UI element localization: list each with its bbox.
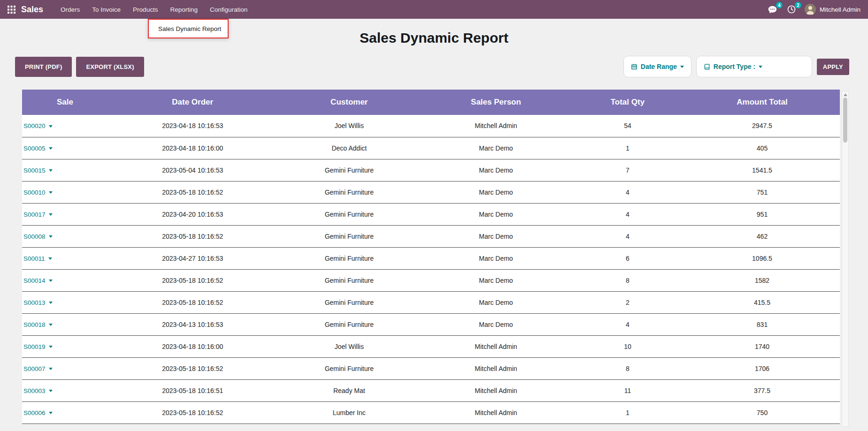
sales-person-cell: Marc Demo: [421, 181, 571, 203]
header-amount-total: Amount Total: [684, 90, 840, 115]
sale-order-link[interactable]: S00020: [23, 122, 46, 129]
sales-person-cell: Marc Demo: [421, 137, 571, 159]
customer-cell: Gemini Furniture: [277, 313, 422, 335]
sales-person-cell: Marc Demo: [421, 313, 571, 335]
table-row: S000052023-04-18 10:16:00Deco AddictMarc…: [22, 137, 840, 159]
book-icon: [704, 63, 710, 70]
menu-item-sales-dynamic-report[interactable]: Sales Dynamic Report: [149, 25, 228, 32]
menu-orders[interactable]: Orders: [54, 0, 86, 19]
vertical-scrollbar[interactable]: [842, 91, 849, 427]
main-content: Sales Dynamic Report PRINT (PDF) EXPORT …: [0, 30, 868, 424]
date-order-cell: 2023-05-18 10:16:52: [108, 269, 277, 291]
reporting-dropdown: Sales Dynamic Report: [148, 19, 229, 38]
menu-configuration[interactable]: Configuration: [204, 0, 253, 19]
amount-total-cell: 1541.5: [684, 159, 840, 181]
date-order-cell: 2023-04-27 10:16:53: [108, 247, 277, 269]
caret-down-icon[interactable]: [49, 346, 53, 348]
caret-down-icon[interactable]: [49, 191, 53, 194]
sale-order-link[interactable]: S00011: [23, 255, 45, 262]
sale-order-link[interactable]: S00017: [23, 211, 46, 218]
sale-cell: S00015: [22, 159, 108, 181]
caret-down-icon[interactable]: [49, 147, 53, 150]
sale-order-link[interactable]: S00003: [23, 387, 46, 394]
amount-total-cell: 1582: [684, 269, 840, 291]
sale-order-link[interactable]: S00006: [23, 409, 46, 416]
sale-cell: S00007: [22, 357, 108, 379]
menu-products[interactable]: Products: [127, 0, 164, 19]
date-order-cell: 2023-04-18 10:16:00: [108, 335, 277, 357]
report-type-button[interactable]: Report Type :: [698, 63, 768, 70]
date-order-cell: 2023-05-18 10:16:52: [108, 357, 277, 379]
sale-order-link[interactable]: S00014: [23, 277, 46, 284]
messages-button[interactable]: 4: [767, 4, 778, 15]
total-qty-cell: 11: [571, 379, 684, 401]
menu-to-invoice[interactable]: To Invoice: [86, 0, 127, 19]
apply-button[interactable]: APPLY: [817, 59, 849, 75]
caret-down-icon[interactable]: [49, 235, 53, 238]
caret-down-icon[interactable]: [49, 302, 53, 304]
sale-order-link[interactable]: S00007: [23, 365, 46, 372]
customer-cell: Deco Addict: [277, 137, 422, 159]
sales-person-cell: Mitchell Admin: [421, 115, 571, 137]
table-header-row: Sale Date Order Customer Sales Person To…: [22, 90, 840, 115]
page-title: Sales Dynamic Report: [0, 30, 868, 46]
date-range-label: Date Range: [641, 63, 677, 70]
caret-down-icon[interactable]: [49, 390, 53, 392]
amount-total-cell: 462: [684, 225, 840, 247]
scrollbar-thumb[interactable]: [843, 98, 847, 143]
sale-cell: S00013: [22, 291, 108, 313]
sales-person-cell: Mitchell Admin: [421, 357, 571, 379]
apps-menu-button[interactable]: [6, 4, 17, 15]
date-range-control: Date Range: [623, 56, 691, 77]
brand-sales[interactable]: Sales: [21, 5, 43, 15]
sale-order-link[interactable]: S00008: [23, 233, 46, 240]
sale-order-link[interactable]: S00015: [23, 167, 46, 174]
sale-cell: S00020: [22, 115, 108, 137]
amount-total-cell: 415.5: [684, 291, 840, 313]
caret-down-icon[interactable]: [49, 213, 53, 216]
apps-grid-icon: [8, 6, 15, 14]
table-row: S000132023-05-18 10:16:52Gemini Furnitur…: [22, 291, 840, 313]
caret-down-icon[interactable]: [49, 280, 53, 282]
sale-order-link[interactable]: S00010: [23, 189, 46, 196]
caret-down-icon[interactable]: [49, 125, 53, 128]
sale-order-link[interactable]: S00013: [23, 299, 46, 306]
date-range-button[interactable]: Date Range: [625, 63, 690, 70]
sale-order-link[interactable]: S00019: [23, 343, 46, 350]
total-qty-cell: 4: [571, 313, 684, 335]
sale-cell: S00003: [22, 379, 108, 401]
date-order-cell: 2023-04-13 10:16:53: [108, 313, 277, 335]
total-qty-cell: 2: [571, 291, 684, 313]
user-menu-button[interactable]: Mitchell Admin: [805, 4, 860, 15]
customer-cell: Gemini Furniture: [277, 291, 422, 313]
amount-total-cell: 1740: [684, 335, 840, 357]
export-xlsx-button[interactable]: EXPORT (XLSX): [76, 57, 144, 77]
table-row: S000172023-04-20 10:16:53Gemini Furnitur…: [22, 203, 840, 225]
print-pdf-button[interactable]: PRINT (PDF): [15, 57, 72, 77]
table-row: S000102023-05-18 10:16:52Gemini Furnitur…: [22, 181, 840, 203]
sale-cell: S00018: [22, 313, 108, 335]
customer-cell: Gemini Furniture: [277, 181, 422, 203]
top-navbar: Sales Orders To Invoice Products Reporti…: [0, 0, 868, 19]
sales-person-cell: Mitchell Admin: [421, 401, 571, 423]
sale-cell: S00011: [22, 247, 108, 269]
caret-down-icon[interactable]: [49, 368, 53, 370]
caret-down-icon[interactable]: [48, 257, 52, 260]
sales-person-cell: Mitchell Admin: [421, 379, 571, 401]
customer-cell: Gemini Furniture: [277, 159, 422, 181]
toolbar-left: PRINT (PDF) EXPORT (XLSX): [15, 57, 144, 77]
date-order-cell: 2023-05-18 10:16:52: [108, 181, 277, 203]
sales-person-cell: Marc Demo: [421, 159, 571, 181]
sale-order-link[interactable]: S00018: [23, 321, 46, 328]
date-order-cell: 2023-05-18 10:16:52: [108, 291, 277, 313]
activities-button[interactable]: 2: [786, 4, 797, 15]
menu-reporting[interactable]: Reporting: [164, 0, 204, 19]
sales-person-cell: Mitchell Admin: [421, 335, 571, 357]
table-row: S000112023-04-27 10:16:53Gemini Furnitur…: [22, 247, 840, 269]
caret-down-icon[interactable]: [49, 169, 53, 172]
caret-down-icon[interactable]: [49, 412, 53, 414]
caret-down-icon[interactable]: [49, 324, 53, 326]
report-type-control: Report Type :: [696, 56, 812, 77]
sale-order-link[interactable]: S00005: [23, 145, 46, 152]
scrollbar-up-arrow[interactable]: [844, 93, 847, 96]
